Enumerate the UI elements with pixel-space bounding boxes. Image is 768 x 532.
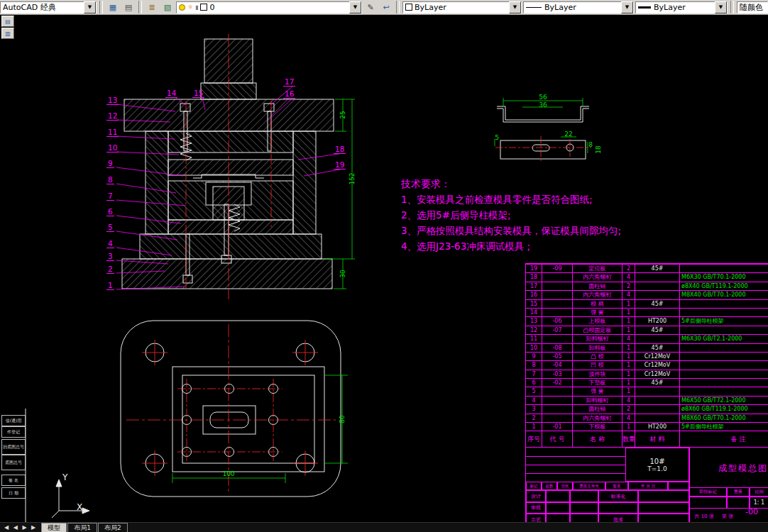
parts-table-cell xyxy=(635,282,680,290)
parts-table-cell: 7 xyxy=(526,370,542,378)
parts-table-cell: 内六角螺钉 xyxy=(573,290,622,299)
weight-header: 重量 xyxy=(727,487,750,497)
parts-table-cell: 卸料螺钉 xyxy=(573,334,622,343)
parts-table-cell: 凹 模 xyxy=(573,360,622,369)
drawing-title: 成型模总图 xyxy=(690,458,768,479)
parts-table-cell: 模 柄 xyxy=(573,299,622,308)
parts-table-cell xyxy=(542,414,573,422)
parts-table-header-cell: 数量 xyxy=(622,431,635,447)
parts-table-cell: 圆柱销 xyxy=(573,282,622,290)
parts-table-cell: 15 xyxy=(526,299,542,308)
drawing-number: -00 xyxy=(736,506,767,517)
sign-label: 设计 xyxy=(526,490,546,502)
make-object-layer-current-icon[interactable]: ✎ xyxy=(363,1,378,13)
parts-table-cell: 45# xyxy=(635,326,680,334)
rev-label: 标记 xyxy=(526,482,542,490)
frame-cell: 借(通)用 xyxy=(1,415,26,426)
parts-table-cell: 2 xyxy=(622,264,635,272)
layer-color-swatch xyxy=(200,4,207,11)
parts-table-cell xyxy=(635,396,680,404)
toolbar-separator xyxy=(396,1,400,13)
linetype-value: ByLayer xyxy=(544,3,576,12)
part-balloon: 17 xyxy=(283,78,295,87)
tab-model[interactable]: 模型 xyxy=(41,523,67,532)
plotstyle-combo[interactable]: 随颜色 xyxy=(737,1,768,13)
chevron-down-icon[interactable]: ▼ xyxy=(349,1,361,13)
workspace-combo[interactable]: AutoCAD 经典 ▼ xyxy=(0,1,97,13)
tech-requirement-line: 3、严格按照模具结构安装模具，保证模具间隙均匀; xyxy=(401,223,621,238)
parts-table-cell xyxy=(680,343,768,352)
tab-layout2[interactable]: 布局2 xyxy=(98,523,128,532)
parts-table-cell xyxy=(542,396,573,404)
material-cell: 10# T=1.0 xyxy=(625,448,689,482)
parts-table-cell: 9 xyxy=(526,352,542,360)
layer-tools-icon[interactable]: ▧ xyxy=(160,1,175,13)
parts-table-cell xyxy=(542,404,573,413)
layer-combo[interactable]: ☼ ▮ 0 ▼ xyxy=(176,1,362,13)
parts-table-cell xyxy=(635,290,680,299)
chevron-down-icon[interactable]: ▼ xyxy=(715,1,727,13)
sign-label: 审核 xyxy=(526,502,546,514)
lineweight-combo[interactable]: ByLayer ▼ xyxy=(635,1,728,13)
chevron-down-icon[interactable]: ▼ xyxy=(84,1,96,13)
parts-table-cell: 弹 簧 xyxy=(573,387,622,395)
parts-table-header-cell: 材 料 xyxy=(635,431,680,447)
ucs-x-label: X xyxy=(77,502,82,512)
left-frame-cells: 借(通)用件登记旧底图总号底图总号签 名日 期 xyxy=(0,14,27,532)
parts-table-cell: 下垫板 xyxy=(573,378,622,387)
layer-previous-icon[interactable]: ↩ xyxy=(379,1,393,13)
linetype-combo[interactable]: ByLayer ▼ xyxy=(523,1,634,13)
parts-table-cell: Cr12MoV xyxy=(635,370,680,378)
parts-table-cell: 45# xyxy=(635,299,680,308)
dimension-label: 5 xyxy=(495,134,499,141)
part-balloon: 9 xyxy=(106,160,114,168)
part-balloon: 11 xyxy=(106,128,119,137)
color-combo[interactable]: ByLayer ▼ xyxy=(402,1,522,13)
parts-table-cell: 卸料螺钉 xyxy=(573,396,622,404)
rev-label: 更改文件号 xyxy=(573,482,605,490)
sheet-set-manager-icon[interactable]: ▦ xyxy=(106,1,120,13)
chevron-down-icon[interactable]: ▼ xyxy=(509,1,521,13)
parts-table-cell: -06 xyxy=(542,316,573,325)
dimension-label: 152 xyxy=(349,172,356,184)
tech-requirement-line: 1、安装模具之前检查模具零件是否符合图纸; xyxy=(401,192,621,207)
parts-table-cell: 2 xyxy=(526,414,542,422)
sheet-count: 共 10 张 xyxy=(691,511,718,521)
tab-nav-arrows-icon[interactable]: ◀ ◀ ▶ ▶ xyxy=(0,523,41,532)
parts-table-cell: 4 xyxy=(526,396,542,404)
parts-table-cell: 14 xyxy=(526,308,542,316)
parts-table-cell xyxy=(542,334,573,343)
rev-label: 签名 xyxy=(605,482,628,490)
parts-table-cell: M8X60 GB/T70.1-2000 xyxy=(680,414,768,422)
parts-table-cell: -01 xyxy=(542,422,573,431)
toolbar-separator xyxy=(730,1,734,13)
color-swatch-icon xyxy=(405,4,412,11)
lineweight-sample-icon xyxy=(638,6,651,9)
stage-header: 阶段标记 xyxy=(689,487,727,497)
parts-table-header-cell: 代 号 xyxy=(542,431,573,447)
parts-table-cell xyxy=(635,272,680,281)
parts-table-cell: 4 xyxy=(622,272,635,281)
parts-table-cell: M6X50 GB/T72.1-2000 xyxy=(680,396,768,404)
parts-table-cell: -09 xyxy=(542,264,573,272)
dimension-label: 56 xyxy=(539,94,547,101)
tab-layout1[interactable]: 布局1 xyxy=(67,523,97,532)
part-balloon: 2 xyxy=(106,265,114,274)
layer-properties-icon[interactable]: ≣ xyxy=(145,1,159,13)
frame-cell: 旧底图总号 xyxy=(1,439,26,455)
parts-table-cell xyxy=(680,352,768,360)
parts-table-cell: 弹 簧 xyxy=(573,308,622,316)
drawing-canvas[interactable]: ▤ ▥ 技术要求： 1、安装模具之前检查模具零件是否符合图纸;2、选用5#后侧导… xyxy=(0,14,768,532)
parts-table-cell: M6X30 GB/T2.1-2000 xyxy=(680,334,768,343)
part-balloon: 19 xyxy=(334,161,346,170)
parts-table-cell xyxy=(542,290,573,299)
frame-cell: 日 期 xyxy=(1,487,26,499)
parts-table-cell xyxy=(635,308,680,316)
chevron-down-icon[interactable]: ▼ xyxy=(621,1,633,13)
frame-cell: 件登记 xyxy=(1,426,26,438)
parts-table-cell: 19 xyxy=(526,264,542,272)
parts-table-cell xyxy=(635,404,680,413)
parts-table-cell xyxy=(680,370,768,378)
part-balloon: 7 xyxy=(106,192,114,201)
markup-set-icon[interactable]: ▤ xyxy=(121,1,136,13)
